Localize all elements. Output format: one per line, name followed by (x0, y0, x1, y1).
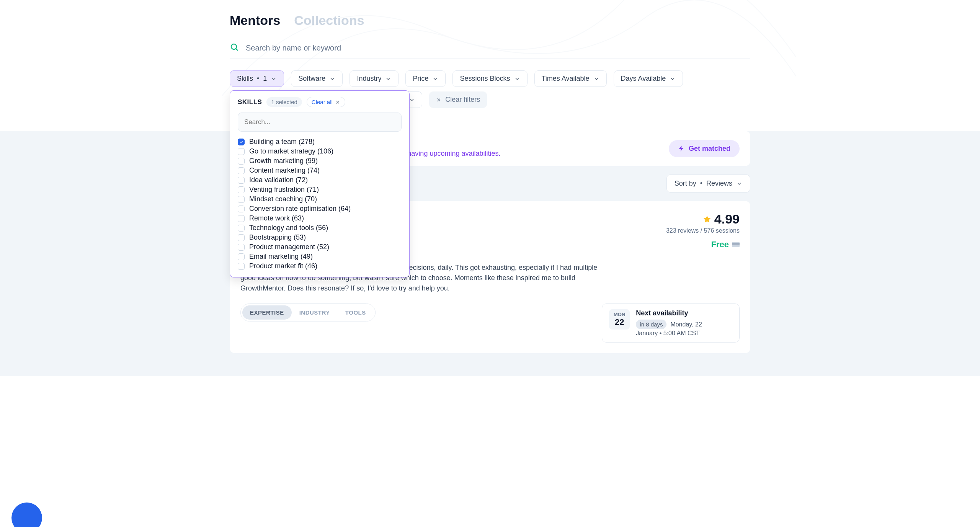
skill-option-label: Conversion rate optimisation (64) (249, 205, 351, 213)
skill-option[interactable]: Product market fit (46) (238, 261, 402, 271)
skill-option[interactable]: Bootstrapping (53) (238, 233, 402, 242)
skill-option[interactable]: Conversion rate optimisation (64) (238, 204, 402, 214)
bolt-icon (678, 145, 685, 152)
skill-option[interactable]: Content marketing (74) (238, 166, 402, 175)
filter-skills[interactable]: Skills • 1 (230, 70, 284, 87)
checkbox[interactable] (238, 148, 245, 155)
filter-price[interactable]: Price (405, 70, 446, 87)
availability-in-days: in 8 days (636, 320, 666, 329)
main-tabs: Mentors Collections (230, 0, 750, 37)
search-icon (230, 42, 239, 53)
skill-option[interactable]: Mindset coaching (70) (238, 194, 402, 204)
skill-option-label: Mindset coaching (70) (249, 195, 317, 203)
search-input[interactable] (246, 44, 750, 52)
filter-industry[interactable]: Industry (350, 70, 399, 87)
checkbox[interactable] (238, 177, 245, 184)
skill-option[interactable]: Building a team (278) (238, 137, 402, 147)
star-icon (703, 215, 711, 224)
skill-option-label: Growth marketing (99) (249, 157, 318, 165)
checkbox[interactable] (238, 215, 245, 222)
chevron-down-icon (385, 76, 391, 82)
dropdown-list: Building a team (278)Go to market strate… (230, 137, 409, 271)
skill-option[interactable]: Growth marketing (99) (238, 156, 402, 166)
card-icon (732, 242, 740, 247)
checkbox[interactable] (238, 206, 245, 212)
skill-option-label: Product management (52) (249, 243, 329, 251)
skill-option-label: Bootstrapping (53) (249, 233, 306, 241)
close-icon (335, 100, 340, 105)
chevron-down-icon (271, 76, 277, 82)
skill-option-label: Building a team (278) (249, 138, 315, 146)
mentor-skill-tabs: EXPERTISE INDUSTRY TOOLS (240, 303, 376, 321)
availability-title: Next availability (636, 309, 732, 317)
checkbox[interactable] (238, 263, 245, 270)
search-bar (230, 37, 750, 59)
dropdown-search-input[interactable] (238, 113, 402, 132)
skill-option-label: Idea validation (72) (249, 176, 308, 184)
checkbox[interactable] (238, 186, 245, 193)
mentor-reviews-count: 323 reviews / 576 sessions (666, 227, 740, 234)
checkbox[interactable] (238, 234, 245, 241)
close-icon (436, 97, 441, 103)
clear-filters-button[interactable]: Clear filters (429, 91, 487, 108)
checkbox[interactable] (238, 225, 245, 232)
checkbox[interactable] (238, 253, 245, 260)
checkbox[interactable] (238, 244, 245, 251)
skill-option-label: Product market fit (46) (249, 262, 317, 270)
tab-mentors[interactable]: Mentors (230, 13, 280, 28)
skill-option-label: Venting frustration (71) (249, 186, 319, 194)
availability-date: Monday, 22 (670, 321, 702, 328)
checkbox[interactable] (238, 167, 245, 174)
skill-option[interactable]: Product management (52) (238, 242, 402, 252)
skill-tab-industry[interactable]: INDUSTRY (292, 305, 338, 320)
availability-card[interactable]: MON 22 Next availability in 8 days Monda… (602, 303, 740, 343)
dropdown-clear-all[interactable]: Clear all (307, 97, 345, 107)
filter-times-available[interactable]: Times Available (534, 70, 607, 87)
skill-option-label: Email marketing (49) (249, 253, 313, 261)
skill-option-label: Technology and tools (56) (249, 224, 328, 232)
checkbox[interactable] (238, 158, 245, 165)
skill-option-label: Content marketing (74) (249, 166, 320, 175)
mentor-price: Free (711, 240, 729, 250)
dropdown-selected-badge: 1 selected (266, 97, 302, 107)
mentor-rating: 4.99 (714, 212, 740, 227)
skill-option-label: Go to market strategy (106) (249, 147, 333, 155)
chevron-down-icon (432, 76, 438, 82)
checkbox[interactable] (238, 139, 245, 145)
svg-point-0 (231, 44, 237, 49)
skill-option-label: Remote work (63) (249, 214, 304, 222)
filter-days-available[interactable]: Days Available (614, 70, 683, 87)
chevron-down-icon (593, 76, 599, 82)
get-matched-button[interactable]: Get matched (669, 140, 740, 157)
skill-option[interactable]: Email marketing (49) (238, 252, 402, 261)
filter-sessions-blocks[interactable]: Sessions Blocks (452, 70, 527, 87)
filter-bar: Skills • 1 Software Industry Price Sessi… (230, 59, 750, 91)
chevron-down-icon (329, 76, 335, 82)
filter-skills-label: Skills (237, 75, 253, 83)
skills-dropdown: SKILLS 1 selected Clear all Building a t… (230, 90, 410, 277)
filter-software[interactable]: Software (291, 70, 343, 87)
skill-option[interactable]: Idea validation (72) (238, 175, 402, 185)
skill-option[interactable]: Technology and tools (56) (238, 223, 402, 233)
filter-skills-count: 1 (263, 75, 267, 83)
checkbox[interactable] (238, 196, 245, 203)
chevron-down-icon (670, 76, 676, 82)
skill-option[interactable]: Remote work (63) (238, 214, 402, 223)
availability-time: January • 5:00 AM CST (636, 330, 732, 337)
skill-option[interactable]: Go to market strategy (106) (238, 147, 402, 156)
sort-dropdown[interactable]: Sort by • Reviews (666, 175, 750, 193)
chevron-down-icon (409, 97, 415, 103)
chevron-down-icon (514, 76, 520, 82)
dropdown-title: SKILLS (238, 98, 262, 106)
skill-option[interactable]: Venting frustration (71) (238, 185, 402, 194)
skill-tab-tools[interactable]: TOOLS (338, 305, 374, 320)
tab-collections[interactable]: Collections (294, 13, 364, 28)
skill-tab-expertise[interactable]: EXPERTISE (242, 305, 292, 320)
availability-date-block: MON 22 (609, 309, 630, 330)
chevron-down-icon (736, 181, 742, 187)
